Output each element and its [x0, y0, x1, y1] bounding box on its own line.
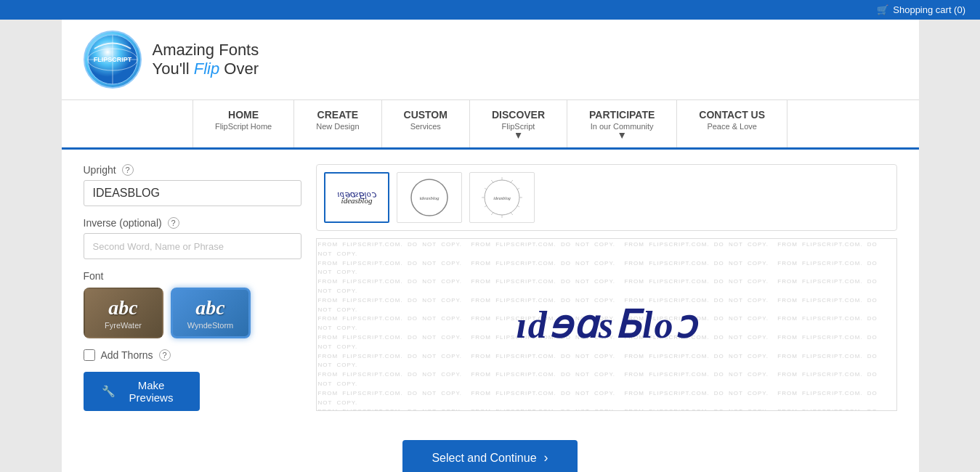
font-name-fyrewat: FyreWater [105, 321, 142, 330]
font-label: Font [84, 270, 301, 282]
tagline-line2: You'll Flip Over [153, 60, 259, 78]
nav-home[interactable]: HOME FlipScript Home [193, 100, 294, 147]
nav-home-sub: FlipScript Home [215, 122, 272, 131]
nav-contact-sub: Peace & Love [699, 122, 765, 131]
nav-discover[interactable]: DISCOVER FlipScript [470, 100, 567, 147]
nav-custom[interactable]: CUSTOM Services [382, 100, 470, 147]
thorns-label: Add Thorns [101, 349, 153, 361]
font-option-fyrewat[interactable]: abc FyreWater [84, 288, 163, 338]
thumb-1[interactable]: ıdɘɑsƂloɔ ideasblog [324, 172, 389, 223]
nav-discover-label: DISCOVER [492, 109, 545, 121]
nav-participate-sub: In our Community [589, 122, 655, 131]
bottom-section: Select and Continue › [62, 426, 919, 472]
discover-dropdown-icon [516, 133, 522, 139]
svg-line-17 [491, 213, 493, 215]
left-panel: Upright ? Inverse (optional) ? Font abc … [84, 164, 301, 411]
thorns-row: Add Thorns ? [84, 349, 301, 361]
svg-text:ideasblog: ideasblog [493, 196, 510, 200]
thorns-checkbox[interactable] [84, 349, 95, 361]
font-option-wyndestorm[interactable]: abc WyndeStorm [171, 288, 251, 338]
select-continue-button[interactable]: Select and Continue › [402, 440, 577, 472]
make-previews-label: Make Previews [121, 379, 182, 404]
right-panel: ıdɘɑsƂloɔ ideasblog ideasblog [316, 164, 897, 411]
nav-create[interactable]: CREATE New Design [294, 100, 381, 147]
nav-create-label: CREATE [316, 109, 359, 121]
nav-contact[interactable]: CONTACT US Peace & Love [677, 100, 787, 147]
nav-custom-sub: Services [404, 122, 448, 131]
nav-home-label: HOME [215, 109, 272, 121]
select-continue-label: Select and Continue [432, 452, 536, 465]
svg-line-12 [517, 188, 519, 190]
inverse-help-icon[interactable]: ? [168, 217, 179, 229]
preview-thumbnails: ıdɘɑsƂloɔ ideasblog ideasblog [316, 164, 897, 231]
font-abc-wyndestorm: abc [195, 296, 224, 320]
header: FLIPSCRIPT Amazing Fonts You'll Flip Ove… [62, 20, 919, 100]
svg-line-20 [485, 188, 487, 190]
nav-discover-sub: FlipScript [492, 122, 545, 131]
svg-text:ıdɘɑsƂloɔ: ıdɘɑsƂloɔ [516, 304, 699, 346]
nav-custom-label: CUSTOM [404, 109, 448, 121]
inverse-field-label: Inverse (optional) ? [84, 217, 301, 229]
upright-field-label: Upright ? [84, 164, 301, 176]
svg-text:ideasblog: ideasblog [419, 195, 440, 201]
upright-input[interactable] [84, 180, 301, 206]
make-previews-button[interactable]: 🔧 Make Previews [84, 372, 200, 411]
font-options: abc FyreWater abc WyndeStorm [84, 288, 301, 338]
content-area: Upright ? Inverse (optional) ? Font abc … [62, 150, 919, 426]
nav-create-sub: New Design [316, 122, 359, 131]
logo-tagline: Amazing Fonts You'll Flip Over [153, 41, 259, 78]
upright-help-icon[interactable]: ? [122, 164, 134, 176]
thorns-help-icon[interactable]: ? [159, 349, 171, 361]
thumb-2[interactable]: ideasblog [397, 172, 462, 223]
font-abc-fyrewat: abc [108, 296, 137, 320]
inverse-input[interactable] [84, 233, 301, 259]
svg-line-21 [491, 180, 493, 182]
nav-contact-label: CONTACT US [699, 109, 765, 121]
navigation: HOME FlipScript Home CREATE New Design C… [62, 100, 919, 150]
font-name-wyndestorm: WyndeStorm [187, 321, 233, 330]
svg-line-14 [517, 206, 519, 207]
wrench-icon: 🔧 [102, 385, 116, 398]
logo-area: FLIPSCRIPT Amazing Fonts You'll Flip Ove… [84, 30, 259, 89]
svg-text:FLIPSCRIPT: FLIPSCRIPT [93, 56, 131, 63]
top-bar: 🛒 Shopping cart (0) [0, 0, 980, 20]
cart-icon: 🛒 [877, 4, 888, 15]
chevron-right-icon: › [544, 450, 548, 465]
svg-line-18 [485, 206, 487, 207]
thumb-3[interactable]: ideasblog [469, 172, 535, 223]
preview-main: FROM FLIPSCRIPT.COM. DO NOT COPY. FROM F… [316, 238, 897, 411]
tagline-line1: Amazing Fonts [153, 41, 259, 60]
main-container: FLIPSCRIPT Amazing Fonts You'll Flip Ove… [62, 20, 919, 472]
nav-participate-label: PARTICIPATE [589, 109, 655, 121]
ambigram-preview: ıdɘɑsƂloɔ [498, 294, 716, 355]
svg-line-15 [511, 213, 513, 215]
svg-text:ideasblog: ideasblog [341, 196, 372, 205]
cart-label[interactable]: Shopping cart (0) [893, 4, 965, 15]
svg-line-11 [511, 180, 513, 182]
nav-participate[interactable]: PARTICIPATE In our Community [567, 100, 677, 147]
logo-image[interactable]: FLIPSCRIPT [84, 30, 142, 89]
participate-dropdown-icon [619, 133, 625, 139]
